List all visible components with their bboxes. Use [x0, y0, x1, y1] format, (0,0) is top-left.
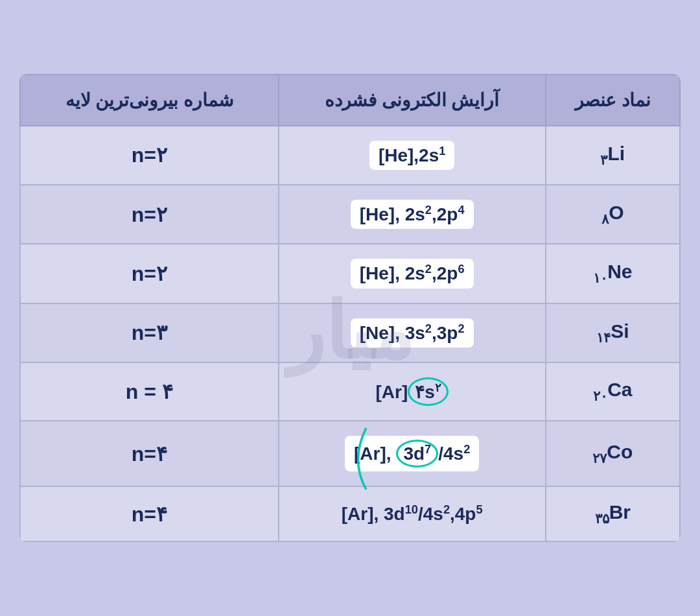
- element-symbol: ۳۵Br: [546, 486, 680, 541]
- electron-config: [Ar]۴s۲: [279, 362, 546, 421]
- outermost-shell-number: n=۲: [20, 126, 279, 185]
- table-row: ۲۷Co[Ar], 3d7/4s2n=۴: [20, 421, 680, 486]
- element-symbol: ۱۰Ne: [546, 244, 680, 303]
- table-row: ۱۴Si[Ne], 3s2,3p2n=۳: [20, 303, 680, 362]
- outermost-shell-number: n=۴: [20, 421, 279, 486]
- header-config: آرایش الکترونی فشرده: [279, 75, 546, 126]
- header-symbol: نماد عنصر: [546, 75, 680, 126]
- header-outermost: شماره بیرونی‌ترین لایه: [20, 75, 279, 126]
- table-header-row: نماد عنصر آرایش الکترونی فشرده شماره بیر…: [20, 75, 680, 126]
- electron-config: [Ar], 3d7/4s2: [279, 421, 546, 486]
- element-symbol: ۳Li: [546, 126, 680, 185]
- element-symbol: ۸O: [546, 185, 680, 244]
- outermost-shell-number: n=۴: [20, 486, 279, 541]
- electron-config: [Ne], 3s2,3p2: [279, 303, 546, 362]
- outermost-shell-number: n=۲: [20, 244, 279, 303]
- periodic-table-container: نماد عنصر آرایش الکترونی فشرده شماره بیر…: [19, 74, 681, 543]
- element-symbol: ۱۴Si: [546, 303, 680, 362]
- table-row: ۸O[He], 2s2,2p4n=۲: [20, 185, 680, 244]
- electron-config: [He],2s1: [279, 126, 546, 185]
- element-symbol: ۲۷Co: [546, 421, 680, 486]
- electron-config: [He], 2s2,2p4: [279, 185, 546, 244]
- outermost-shell-number: n=۲: [20, 185, 279, 244]
- table-row: ۳Li[He],2s1n=۲: [20, 126, 680, 185]
- electron-config-table: نماد عنصر آرایش الکترونی فشرده شماره بیر…: [19, 74, 681, 543]
- table-row: ۱۰Ne[He], 2s2,2p6n=۲: [20, 244, 680, 303]
- table-row: ۲۰Ca[Ar]۴s۲n = ۴: [20, 362, 680, 421]
- electron-config: [Ar], 3d10/4s2,4p5: [279, 486, 546, 541]
- outermost-shell-number: n = ۴: [20, 362, 279, 421]
- table-row: ۳۵Br[Ar], 3d10/4s2,4p5n=۴: [20, 486, 680, 541]
- outermost-shell-number: n=۳: [20, 303, 279, 362]
- element-symbol: ۲۰Ca: [546, 362, 680, 421]
- electron-config: [He], 2s2,2p6: [279, 244, 546, 303]
